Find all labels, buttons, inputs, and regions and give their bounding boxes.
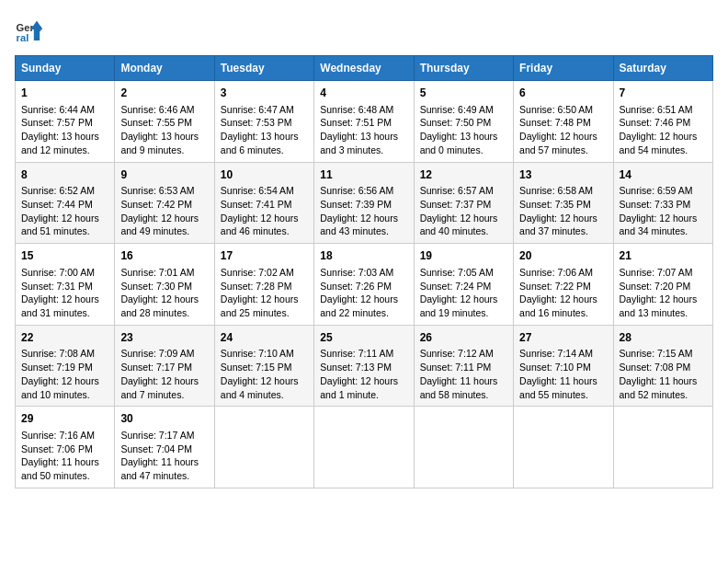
calendar-cell: 11Sunrise: 6:56 AMSunset: 7:39 PMDayligh… [314, 162, 414, 244]
calendar-cell: 14Sunrise: 6:59 AMSunset: 7:33 PMDayligh… [613, 162, 712, 244]
sunset-text: Sunset: 7:08 PM [620, 362, 691, 373]
day-number: 11 [320, 167, 407, 183]
sunrise-text: Sunrise: 6:59 AM [620, 185, 693, 196]
day-number: 6 [519, 86, 607, 101]
day-number: 3 [221, 86, 308, 101]
sunrise-text: Sunrise: 7:08 AM [21, 348, 95, 359]
daylight-text: Daylight: 11 hours and 50 minutes. [21, 456, 99, 481]
calendar-cell: 17Sunrise: 7:02 AMSunset: 7:28 PMDayligh… [214, 244, 313, 326]
daylight-text: Daylight: 12 hours and 1 minute. [320, 375, 398, 400]
sunset-text: Sunset: 7:55 PM [120, 117, 192, 128]
day-number: 25 [320, 330, 407, 346]
daylight-text: Daylight: 12 hours and 43 minutes. [320, 213, 398, 237]
day-number: 18 [320, 248, 407, 264]
day-number: 28 [620, 330, 707, 346]
day-number: 16 [120, 248, 208, 264]
weekday-header-wednesday: Wednesday [314, 56, 414, 81]
daylight-text: Daylight: 12 hours and 4 minutes. [221, 375, 299, 400]
sunrise-text: Sunrise: 7:06 AM [519, 267, 593, 278]
sunset-text: Sunset: 7:17 PM [120, 362, 192, 373]
daylight-text: Daylight: 12 hours and 28 minutes. [120, 293, 199, 318]
daylight-text: Daylight: 12 hours and 13 minutes. [620, 293, 698, 318]
calendar-cell: 30Sunrise: 7:17 AMSunset: 7:04 PMDayligh… [115, 407, 214, 488]
sunset-text: Sunset: 7:26 PM [320, 281, 392, 292]
sunset-text: Sunset: 7:39 PM [320, 199, 392, 210]
calendar-cell: 20Sunrise: 7:06 AMSunset: 7:22 PMDayligh… [514, 244, 613, 326]
calendar-cell: 8Sunrise: 6:52 AMSunset: 7:44 PMDaylight… [16, 162, 115, 244]
calendar-cell: 21Sunrise: 7:07 AMSunset: 7:20 PMDayligh… [613, 244, 712, 326]
day-number: 27 [519, 330, 607, 346]
sunrise-text: Sunrise: 6:49 AM [420, 104, 494, 115]
weekday-header-friday: Friday [514, 56, 613, 81]
logo-icon: Gene ral [15, 15, 44, 44]
svg-text:ral: ral [17, 32, 29, 43]
calendar-week-row: 8Sunrise: 6:52 AMSunset: 7:44 PMDaylight… [16, 162, 713, 244]
weekday-header-monday: Monday [115, 56, 214, 81]
calendar-week-row: 29Sunrise: 7:16 AMSunset: 7:06 PMDayligh… [16, 407, 713, 488]
calendar-cell: 26Sunrise: 7:12 AMSunset: 7:11 PMDayligh… [414, 325, 513, 407]
day-number: 26 [420, 330, 507, 346]
sunrise-text: Sunrise: 7:11 AM [320, 348, 393, 359]
day-number: 20 [519, 248, 607, 264]
weekday-header-sunday: Sunday [16, 56, 115, 81]
day-number: 22 [21, 330, 108, 346]
weekday-header-tuesday: Tuesday [214, 56, 313, 81]
daylight-text: Daylight: 12 hours and 57 minutes. [519, 131, 597, 155]
sunrise-text: Sunrise: 6:54 AM [221, 185, 294, 196]
sunset-text: Sunset: 7:30 PM [120, 281, 192, 292]
daylight-text: Daylight: 12 hours and 54 minutes. [620, 131, 698, 155]
page-header: Gene ral [15, 15, 713, 44]
daylight-text: Daylight: 12 hours and 25 minutes. [221, 293, 299, 318]
sunrise-text: Sunrise: 7:07 AM [620, 267, 693, 278]
sunrise-text: Sunrise: 7:00 AM [21, 267, 95, 278]
daylight-text: Daylight: 13 hours and 12 minutes. [21, 131, 99, 155]
sunset-text: Sunset: 7:19 PM [21, 362, 93, 373]
calendar-cell: 6Sunrise: 6:50 AMSunset: 7:48 PMDaylight… [514, 81, 613, 163]
day-number: 21 [620, 248, 707, 264]
calendar-cell [314, 407, 414, 488]
day-number: 5 [420, 86, 507, 101]
sunset-text: Sunset: 7:48 PM [519, 117, 591, 128]
sunrise-text: Sunrise: 6:48 AM [320, 104, 393, 115]
calendar-cell [613, 407, 712, 488]
sunrise-text: Sunrise: 7:01 AM [120, 267, 194, 278]
calendar-cell: 28Sunrise: 7:15 AMSunset: 7:08 PMDayligh… [613, 325, 712, 407]
sunset-text: Sunset: 7:22 PM [519, 281, 591, 292]
day-number: 15 [21, 248, 108, 264]
sunrise-text: Sunrise: 7:02 AM [221, 267, 294, 278]
sunrise-text: Sunrise: 6:56 AM [320, 185, 393, 196]
sunrise-text: Sunrise: 7:05 AM [420, 267, 494, 278]
daylight-text: Daylight: 12 hours and 49 minutes. [120, 213, 199, 237]
daylight-text: Daylight: 12 hours and 46 minutes. [221, 213, 299, 237]
daylight-text: Daylight: 11 hours and 52 minutes. [620, 375, 698, 400]
daylight-text: Daylight: 11 hours and 58 minutes. [420, 375, 498, 400]
sunset-text: Sunset: 7:33 PM [620, 199, 691, 210]
calendar-cell: 29Sunrise: 7:16 AMSunset: 7:06 PMDayligh… [16, 407, 115, 488]
day-number: 4 [320, 86, 407, 101]
sunset-text: Sunset: 7:06 PM [21, 443, 93, 454]
calendar-table: SundayMondayTuesdayWednesdayThursdayFrid… [15, 55, 713, 488]
daylight-text: Daylight: 11 hours and 55 minutes. [519, 375, 597, 400]
sunset-text: Sunset: 7:15 PM [221, 362, 292, 373]
sunrise-text: Sunrise: 7:12 AM [420, 348, 494, 359]
day-number: 9 [120, 167, 208, 183]
sunrise-text: Sunrise: 7:14 AM [519, 348, 593, 359]
calendar-cell: 1Sunrise: 6:44 AMSunset: 7:57 PMDaylight… [16, 81, 115, 163]
calendar-cell: 5Sunrise: 6:49 AMSunset: 7:50 PMDaylight… [414, 81, 513, 163]
sunset-text: Sunset: 7:41 PM [221, 199, 292, 210]
sunset-text: Sunset: 7:04 PM [120, 443, 192, 454]
sunrise-text: Sunrise: 6:57 AM [420, 185, 494, 196]
calendar-cell: 25Sunrise: 7:11 AMSunset: 7:13 PMDayligh… [314, 325, 414, 407]
daylight-text: Daylight: 12 hours and 16 minutes. [519, 293, 597, 318]
calendar-cell: 2Sunrise: 6:46 AMSunset: 7:55 PMDaylight… [115, 81, 214, 163]
sunset-text: Sunset: 7:51 PM [320, 117, 392, 128]
sunrise-text: Sunrise: 6:44 AM [21, 104, 95, 115]
weekday-header-saturday: Saturday [613, 56, 712, 81]
daylight-text: Daylight: 13 hours and 3 minutes. [320, 131, 398, 155]
calendar-cell: 4Sunrise: 6:48 AMSunset: 7:51 PMDaylight… [314, 81, 414, 163]
calendar-week-row: 15Sunrise: 7:00 AMSunset: 7:31 PMDayligh… [16, 244, 713, 326]
sunset-text: Sunset: 7:44 PM [21, 199, 93, 210]
calendar-week-row: 1Sunrise: 6:44 AMSunset: 7:57 PMDaylight… [16, 81, 713, 163]
day-number: 17 [221, 248, 308, 264]
daylight-text: Daylight: 12 hours and 10 minutes. [21, 375, 99, 400]
